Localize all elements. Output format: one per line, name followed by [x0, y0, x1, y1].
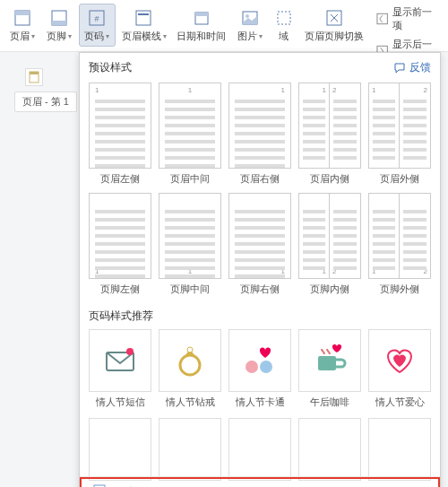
preset-thumb[interactable]: 1: [228, 83, 291, 169]
recommend-title: 页码样式推荐: [80, 303, 440, 329]
svg-point-11: [246, 14, 249, 18]
prev-icon: [376, 13, 388, 25]
preset-thumb-label: 页脚左侧: [100, 283, 140, 296]
preset-thumb-label: 页眉外侧: [380, 172, 419, 186]
style-card[interactable]: [89, 329, 151, 392]
calendar-icon: [192, 8, 211, 28]
style-card[interactable]: [159, 329, 221, 392]
preset-thumb[interactable]: 1: [159, 193, 221, 279]
datetime-button-label: 日期和时间: [177, 30, 226, 43]
svg-rect-12: [278, 12, 290, 24]
preset-title: 预设样式: [89, 60, 132, 75]
style-card-label: 情人节短信: [96, 396, 145, 409]
preset-thumb-label: 页眉左侧: [100, 172, 140, 186]
style-card[interactable]: [228, 329, 291, 392]
feedback-link[interactable]: 反馈: [393, 60, 431, 75]
footer-button[interactable]: 页脚▾: [42, 4, 77, 47]
recommend-row: 情人节短信情人节钻戒情人节卡通午后咖啡情人节爱心: [80, 329, 440, 418]
preset-row-footer: 1页脚左侧1页脚中间1页脚右侧12页脚内侧12页脚外侧: [80, 193, 440, 303]
preset-thumb[interactable]: 12: [298, 83, 361, 169]
svg-point-21: [187, 347, 193, 352]
preset-thumb[interactable]: 12: [368, 83, 431, 169]
picture-button[interactable]: 图片▾: [232, 4, 267, 47]
preset-thumb-label: 页脚右侧: [240, 283, 280, 296]
workspace: 页眉 - 第 1 预设样式 反馈 1页眉左侧1页眉中间1页眉右侧12页眉内侧12…: [0, 52, 448, 487]
header-button-label: 页眉: [10, 30, 30, 43]
hfswitch-button[interactable]: 页眉页脚切换: [300, 4, 367, 47]
preset-thumb[interactable]: 1: [159, 83, 221, 169]
show-prev-label: 显示前一项: [392, 5, 439, 32]
header-button[interactable]: 页眉▾: [5, 4, 40, 47]
svg-rect-6: [136, 11, 151, 25]
style-card-empty[interactable]: [228, 418, 291, 481]
footer-button-label: 页脚: [47, 30, 66, 43]
hfswitch-button-label: 页眉页脚切换: [305, 30, 364, 43]
document-section-tab[interactable]: 页眉 - 第 1: [14, 91, 77, 112]
style-card-label: 情人节爱心: [375, 396, 425, 409]
svg-rect-14: [377, 13, 387, 23]
preset-thumb-label: 页脚外侧: [380, 283, 419, 296]
document-section-label: 页眉 - 第 1: [22, 95, 69, 109]
field-button-label: 域: [279, 30, 289, 43]
menu-pagenum[interactable]: 1/2 页码(N)...: [80, 477, 440, 487]
document-thumb-icon: [25, 68, 43, 86]
headerline-icon: [134, 8, 153, 28]
style-card[interactable]: [298, 329, 361, 392]
style-card-empty[interactable]: [159, 418, 221, 481]
preset-thumb[interactable]: 12: [368, 193, 431, 279]
style-card[interactable]: [368, 329, 431, 392]
style-card-label: 情人节卡通: [236, 396, 285, 409]
preset-thumb-label: 页眉右侧: [240, 172, 280, 186]
picture-icon: [240, 8, 260, 28]
preset-thumb-label: 页眉中间: [170, 172, 210, 186]
header-icon: [13, 8, 32, 28]
picture-button-label: 图片: [237, 30, 257, 43]
svg-point-22: [246, 361, 258, 373]
svg-rect-3: [52, 21, 66, 25]
pagenum-icon: #: [87, 8, 107, 28]
field-icon: [274, 8, 294, 28]
pagenum-button[interactable]: # 页码▾: [79, 4, 116, 47]
svg-rect-24: [318, 356, 336, 370]
panel-menu: 1/2 页码(N)... 删除页码(R): [80, 476, 440, 487]
svg-point-19: [126, 348, 134, 355]
headerline-button[interactable]: 页眉横线▾: [117, 4, 171, 47]
style-card-empty[interactable]: [368, 418, 431, 481]
preset-row-header: 1页眉左侧1页眉中间1页眉右侧12页眉内侧12页眉外侧: [80, 83, 440, 193]
preset-thumb[interactable]: 1: [89, 193, 151, 279]
preset-thumb-label: 页脚中间: [170, 283, 210, 296]
svg-rect-9: [195, 13, 208, 16]
svg-point-23: [260, 361, 272, 373]
style-card-empty[interactable]: [298, 418, 361, 481]
switch-icon: [324, 8, 344, 28]
style-card-empty[interactable]: [89, 418, 151, 481]
preset-thumb-label: 页脚内侧: [310, 283, 349, 296]
style-card-label: 午后咖啡: [310, 396, 349, 409]
svg-rect-17: [30, 72, 39, 74]
pagenum-dropdown-panel: 预设样式 反馈 1页眉左侧1页眉中间1页眉右侧12页眉内侧12页眉外侧 1页脚左…: [79, 52, 441, 487]
style-card-label: 情人节钻戒: [166, 396, 215, 409]
svg-rect-1: [15, 11, 30, 15]
svg-text:#: #: [95, 14, 99, 23]
preset-thumb[interactable]: 12: [298, 193, 361, 279]
ribbon-toolbar: 页眉▾ 页脚▾ # 页码▾ 页眉横线▾ 日期和时间 图片▾ 域: [0, 0, 448, 52]
preset-thumb[interactable]: 1: [89, 83, 151, 169]
svg-point-20: [180, 355, 200, 375]
preset-thumb[interactable]: 1: [228, 193, 291, 279]
datetime-button[interactable]: 日期和时间: [172, 4, 230, 47]
show-prev-button[interactable]: 显示前一项: [373, 4, 443, 34]
chat-icon: [393, 62, 406, 74]
pagenum-button-label: 页码: [84, 30, 104, 43]
field-button[interactable]: 域: [269, 4, 298, 47]
footer-icon: [49, 8, 69, 28]
headerline-button-label: 页眉横线: [122, 30, 161, 43]
preset-thumb-label: 页眉内侧: [310, 172, 349, 186]
feedback-label: 反馈: [409, 60, 431, 75]
